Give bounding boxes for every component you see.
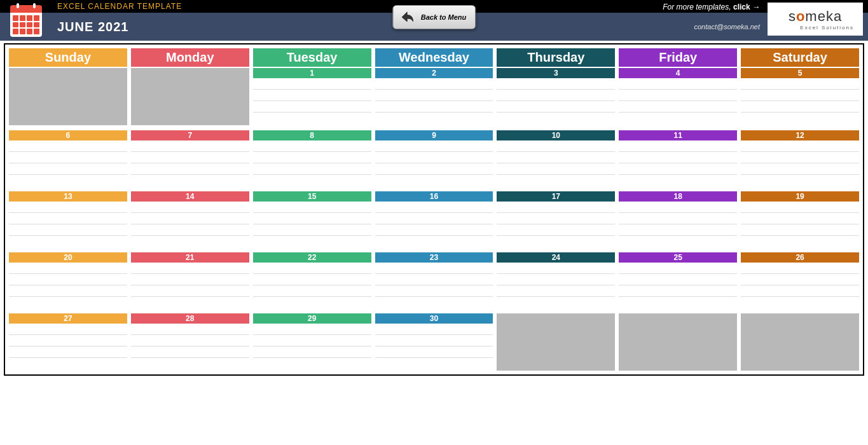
calendar-weeks: 1234567891011121314151617181920212223242… (9, 68, 859, 371)
inactive-cell (619, 313, 737, 371)
event-lines[interactable] (253, 78, 371, 124)
date-cell[interactable]: 28 (131, 313, 249, 371)
date-cell[interactable]: 26 (741, 252, 859, 308)
date-number: 7 (131, 130, 249, 140)
date-number: 9 (375, 130, 493, 140)
date-number: 8 (253, 130, 371, 140)
date-number: 17 (497, 191, 615, 202)
date-cell[interactable]: 27 (9, 313, 127, 371)
date-number: 10 (497, 130, 615, 140)
date-number: 29 (253, 313, 371, 324)
date-cell[interactable]: 9 (375, 130, 493, 186)
back-to-menu-button[interactable]: Back to Menu (392, 5, 476, 29)
header-right-info: For more templates, click → contact@some… (663, 3, 760, 31)
date-cell[interactable]: 3 (497, 68, 615, 125)
date-cell[interactable]: 12 (741, 130, 859, 186)
date-number: 22 (253, 252, 371, 263)
contact-email[interactable]: contact@someka.net (663, 23, 760, 31)
week-row: 12345 (9, 68, 859, 125)
event-lines[interactable] (741, 202, 859, 247)
date-number: 30 (375, 313, 493, 324)
date-number: 5 (741, 68, 859, 78)
date-number: 15 (253, 191, 371, 202)
week-row: 20212223242526 (9, 252, 859, 308)
date-cell[interactable]: 19 (741, 191, 859, 247)
event-lines[interactable] (375, 78, 493, 124)
date-cell[interactable]: 25 (619, 252, 737, 308)
more-templates-text[interactable]: For more templates, click → (663, 3, 760, 11)
event-lines[interactable] (131, 263, 249, 308)
event-lines[interactable] (741, 140, 859, 186)
date-cell[interactable]: 10 (497, 130, 615, 186)
date-cell[interactable]: 22 (253, 252, 371, 308)
event-lines[interactable] (9, 140, 127, 186)
date-cell[interactable]: 14 (131, 191, 249, 247)
date-number: 12 (741, 130, 859, 140)
date-cell[interactable]: 23 (375, 252, 493, 308)
event-lines[interactable] (9, 324, 127, 369)
date-number: 13 (9, 191, 127, 202)
event-lines[interactable] (9, 263, 127, 308)
day-header-thursday: Thursday (497, 48, 615, 67)
event-lines[interactable] (253, 140, 371, 186)
date-cell[interactable]: 20 (9, 252, 127, 308)
logo-sub-text: Excel Solutions (800, 25, 854, 31)
date-cell[interactable]: 7 (131, 130, 249, 186)
date-number: 19 (741, 191, 859, 202)
template-title: EXCEL CALENDAR TEMPLATE (57, 2, 182, 11)
back-arrow-icon (398, 8, 416, 26)
event-lines[interactable] (497, 78, 615, 124)
event-lines[interactable] (131, 324, 249, 369)
date-cell[interactable]: 21 (131, 252, 249, 308)
event-lines[interactable] (253, 263, 371, 308)
event-lines[interactable] (131, 140, 249, 186)
date-number: 6 (9, 130, 127, 140)
date-cell[interactable]: 16 (375, 191, 493, 247)
inactive-cell (131, 68, 249, 125)
event-lines[interactable] (741, 78, 859, 124)
date-cell[interactable]: 24 (497, 252, 615, 308)
event-lines[interactable] (619, 263, 737, 308)
date-cell[interactable]: 15 (253, 191, 371, 247)
event-lines[interactable] (497, 140, 615, 186)
date-cell[interactable]: 18 (619, 191, 737, 247)
date-cell[interactable]: 17 (497, 191, 615, 247)
event-lines[interactable] (741, 263, 859, 308)
event-lines[interactable] (375, 263, 493, 308)
inactive-cell (741, 313, 859, 371)
event-lines[interactable] (131, 202, 249, 247)
date-cell[interactable]: 30 (375, 313, 493, 371)
date-cell[interactable]: 6 (9, 130, 127, 186)
event-lines[interactable] (497, 202, 615, 247)
event-lines[interactable] (253, 324, 371, 369)
event-lines[interactable] (375, 140, 493, 186)
date-number: 4 (619, 68, 737, 78)
date-cell[interactable]: 2 (375, 68, 493, 125)
event-lines[interactable] (253, 202, 371, 247)
day-header-wednesday: Wednesday (375, 48, 493, 67)
inactive-cell (9, 68, 127, 125)
event-lines[interactable] (375, 202, 493, 247)
date-number: 1 (253, 68, 371, 78)
date-cell[interactable]: 11 (619, 130, 737, 186)
date-cell[interactable]: 29 (253, 313, 371, 371)
date-cell[interactable]: 13 (9, 191, 127, 247)
date-number: 16 (375, 191, 493, 202)
date-number: 3 (497, 68, 615, 78)
date-cell[interactable]: 4 (619, 68, 737, 125)
someka-logo[interactable]: someka Excel Solutions (768, 3, 863, 36)
date-number: 18 (619, 191, 737, 202)
event-lines[interactable] (619, 202, 737, 247)
date-cell[interactable]: 5 (741, 68, 859, 125)
month-title: JUNE 2021 (57, 20, 128, 34)
event-lines[interactable] (619, 140, 737, 186)
event-lines[interactable] (619, 78, 737, 124)
date-number: 20 (9, 252, 127, 263)
date-cell[interactable]: 8 (253, 130, 371, 186)
event-lines[interactable] (9, 202, 127, 247)
date-number: 23 (375, 252, 493, 263)
day-header-friday: Friday (619, 48, 737, 67)
event-lines[interactable] (375, 324, 493, 369)
date-cell[interactable]: 1 (253, 68, 371, 125)
event-lines[interactable] (497, 263, 615, 308)
